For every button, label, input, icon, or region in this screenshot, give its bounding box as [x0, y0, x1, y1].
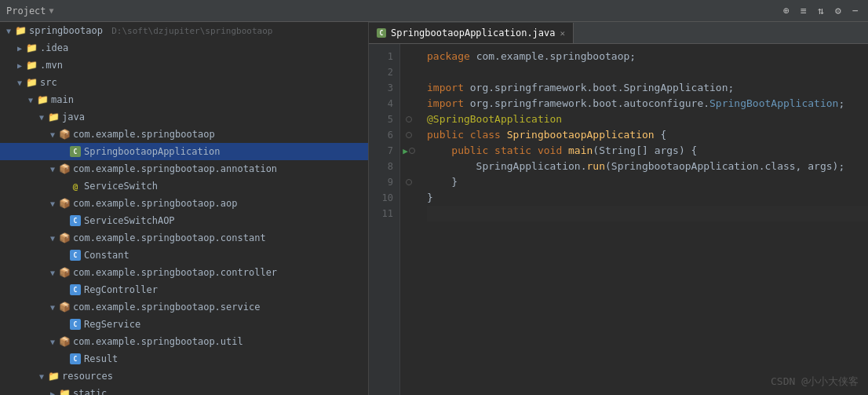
idea-arrow: ▶ — [14, 44, 25, 53]
title-bar: Project ▼ ⊕ ≡ ⇅ ⚙ − — [0, 0, 868, 22]
pkg-aop-arrow: ▼ — [47, 199, 58, 208]
pkg-constant-label: com.example.springbootaop.constant — [73, 232, 266, 243]
code-line-5: @SpringBootApplication — [427, 112, 868, 127]
tree-pkg-service[interactable]: ▼ 📦 com.example.springbootaop.service — [0, 298, 368, 316]
pkg-annotation-arrow: ▼ — [47, 165, 58, 174]
dropdown-arrow-icon[interactable]: ▼ — [49, 6, 54, 15]
title-bar-actions: ⊕ ≡ ⇅ ⚙ − — [780, 5, 862, 17]
code-editor[interactable]: 1 2 3 4 5 6 7 8 9 10 11 — [369, 44, 868, 395]
code-line-8: SpringApplication.run(SpringbootaopAppli… — [427, 159, 868, 174]
gutter-leaf-icon-6 — [406, 132, 412, 138]
tree-mvn[interactable]: ▶ 📁 .mvn — [0, 57, 368, 74]
gutter-leaf-icon-5 — [406, 116, 412, 123]
code-line-10: } — [427, 190, 868, 206]
idea-label: .idea — [40, 42, 68, 53]
resources-arrow: ▼ — [36, 372, 47, 381]
tab-close-button[interactable]: ✕ — [560, 28, 566, 38]
tree-pkg-aop[interactable]: ▼ 📦 com.example.springbootaop.aop — [0, 195, 368, 212]
tree-root[interactable]: ▼ 📁 springbootaop D:\soft\dzjupiter\spri… — [0, 22, 368, 39]
java-label: java — [62, 112, 85, 123]
code-content[interactable]: package com.example.springbootaop; impor… — [418, 44, 868, 395]
tree-service-switch-aop[interactable]: C ServiceSwitchAOP — [0, 212, 368, 229]
tree-static[interactable]: ▶ 📁 static — [0, 385, 368, 395]
code-line-6: public class SpringbootaopApplication { — [427, 127, 868, 143]
main-arrow: ▼ — [25, 96, 36, 104]
mvn-label: .mvn — [40, 60, 63, 71]
tree-service-switch[interactable]: @ ServiceSwitch — [0, 177, 368, 195]
static-label: static — [73, 388, 107, 395]
tree-src[interactable]: ▼ 📁 src — [0, 74, 368, 91]
static-arrow: ▶ — [47, 390, 58, 396]
tab-icon: C — [377, 28, 386, 38]
reg-controller-icon: C — [69, 283, 82, 296]
code-line-2 — [427, 64, 868, 80]
code-line-9: } — [427, 174, 868, 190]
code-line-11 — [427, 206, 868, 221]
tree-result[interactable]: C Result — [0, 350, 368, 368]
service-switch-label: ServiceSwitch — [84, 181, 158, 192]
title-bar-project: Project ▼ — [6, 5, 54, 16]
reg-service-icon: C — [69, 318, 82, 331]
code-line-1: package com.example.springbootaop; — [427, 49, 868, 64]
java-folder-icon: 📁 — [47, 111, 60, 123]
sort-icon[interactable]: ⇅ — [815, 5, 827, 17]
tree-java[interactable]: ▼ 📁 java — [0, 108, 368, 126]
pkg-root-label: com.example.springbootaop — [73, 129, 215, 140]
gutter: ▶ — [400, 44, 418, 395]
src-arrow: ▼ — [14, 79, 25, 87]
java-arrow: ▼ — [36, 113, 47, 122]
tab-bar: C SpringbootaopApplication.java ✕ — [369, 22, 868, 44]
pkg-controller-label: com.example.springbootaop.controller — [73, 267, 277, 278]
run-arrow-icon[interactable]: ▶ — [403, 146, 408, 156]
spring-app-icon: C — [69, 145, 82, 158]
resources-label: resources — [62, 371, 113, 382]
mvn-folder-icon: 📁 — [25, 59, 38, 71]
pkg-service-arrow: ▼ — [47, 303, 58, 312]
pkg-controller-icon: 📦 — [58, 266, 71, 279]
root-folder-icon: 📁 — [14, 24, 27, 37]
tree-pkg-annotation[interactable]: ▼ 📦 com.example.springbootaop.annotation — [0, 160, 368, 177]
src-folder-icon: 📁 — [25, 76, 38, 89]
constant-icon: C — [69, 249, 82, 262]
tree-constant[interactable]: C Constant — [0, 247, 368, 264]
tree-reg-service[interactable]: C RegService — [0, 316, 368, 333]
minimize-icon[interactable]: − — [849, 5, 862, 17]
service-switch-icon: @ — [69, 180, 82, 192]
line-numbers: 1 2 3 4 5 6 7 8 9 10 11 — [369, 44, 400, 395]
gutter-breakpoint-9 — [406, 179, 412, 185]
main-layout: ▼ 📁 springbootaop D:\soft\dzjupiter\spri… — [0, 22, 868, 395]
service-switch-aop-label: ServiceSwitchAOP — [84, 215, 175, 226]
tree-pkg-root[interactable]: ▼ 📦 com.example.springbootaop — [0, 126, 368, 143]
root-label: springbootaop D:\soft\dzjupiter\springbo… — [29, 25, 272, 36]
tree-pkg-util[interactable]: ▼ 📦 com.example.springbootaop.util — [0, 333, 368, 350]
editor-wrapper: 1 2 3 4 5 6 7 8 9 10 11 — [369, 44, 868, 395]
pkg-util-icon: 📦 — [58, 335, 71, 348]
tree-resources[interactable]: ▼ 📁 resources — [0, 368, 368, 385]
reg-controller-label: RegController — [84, 284, 158, 295]
add-icon[interactable]: ⊕ — [780, 5, 793, 17]
tree-spring-app[interactable]: C SpringbootaopApplication — [0, 143, 368, 160]
code-line-3: import org.springframework.boot.SpringAp… — [427, 80, 868, 96]
structure-icon[interactable]: ≡ — [797, 5, 810, 17]
tree-main[interactable]: ▼ 📁 main — [0, 91, 368, 108]
tree-reg-controller[interactable]: C RegController — [0, 281, 368, 298]
pkg-root-icon: 📦 — [58, 128, 71, 141]
tab-filename: SpringbootaopApplication.java — [391, 27, 556, 38]
breakpoint-icon[interactable] — [409, 148, 415, 154]
constant-label: Constant — [84, 250, 129, 261]
tree-idea[interactable]: ▶ 📁 .idea — [0, 39, 368, 57]
tab-spring-app[interactable]: C SpringbootaopApplication.java ✕ — [369, 23, 574, 43]
resources-folder-icon: 📁 — [47, 370, 60, 382]
code-line-7: public static void main(String[] args) { — [427, 143, 868, 159]
code-line-4: import org.springframework.boot.autoconf… — [427, 96, 868, 112]
reg-service-label: RegService — [84, 319, 140, 330]
tree-pkg-constant[interactable]: ▼ 📦 com.example.springbootaop.constant — [0, 229, 368, 247]
pkg-service-icon: 📦 — [58, 301, 71, 313]
settings-icon[interactable]: ⚙ — [832, 5, 844, 17]
main-folder-icon: 📁 — [36, 93, 49, 106]
result-label: Result — [84, 353, 118, 364]
project-sidebar[interactable]: ▼ 📁 springbootaop D:\soft\dzjupiter\spri… — [0, 22, 369, 395]
pkg-util-arrow: ▼ — [47, 338, 58, 346]
service-switch-aop-icon: C — [69, 214, 82, 227]
tree-pkg-controller[interactable]: ▼ 📦 com.example.springbootaop.controller — [0, 264, 368, 281]
